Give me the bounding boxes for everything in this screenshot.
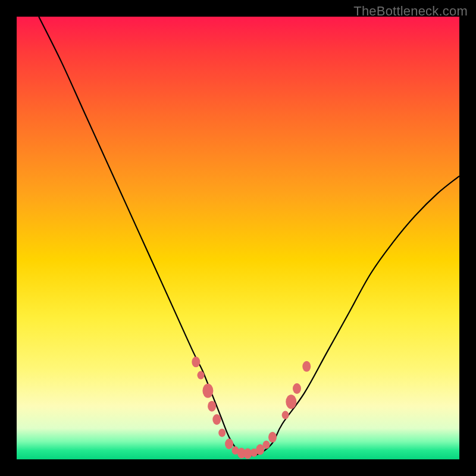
highlight-dot xyxy=(198,371,205,380)
highlight-dot xyxy=(225,439,233,449)
bottleneck-curve xyxy=(39,17,459,456)
plot-area xyxy=(17,17,459,459)
highlight-dot xyxy=(293,383,301,394)
highlight-dots xyxy=(192,356,311,459)
highlight-dot xyxy=(212,414,221,425)
highlight-dot xyxy=(286,394,296,409)
highlight-dot xyxy=(268,432,277,443)
highlight-dot xyxy=(282,411,289,419)
highlight-dot xyxy=(302,361,311,372)
curve-layer xyxy=(17,17,459,459)
highlight-dot xyxy=(263,440,270,449)
highlight-dot xyxy=(218,428,226,437)
highlight-dot xyxy=(208,401,216,412)
highlight-dot xyxy=(192,356,200,367)
highlight-dot xyxy=(202,384,213,398)
chart-frame: TheBottleneck.com xyxy=(0,0,476,476)
